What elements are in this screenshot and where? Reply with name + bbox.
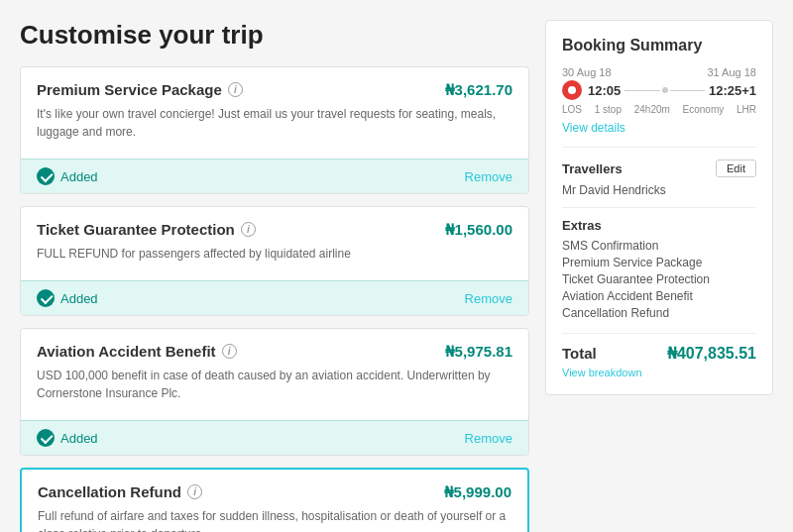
booking-summary: Booking Summary 30 Aug 18 31 Aug 18 12:0… <box>545 20 773 395</box>
card-description-aviation-accident: USD 100,000 benefit in case of death cau… <box>37 367 512 402</box>
card-footer-ticket-guarantee: Added Remove <box>21 280 528 315</box>
card-price-premium-service: ₦3,621.70 <box>445 81 512 99</box>
flight-info: 30 Aug 18 31 Aug 18 12:05 12:25 <box>562 66 756 148</box>
destination: LHR <box>736 104 756 115</box>
card-header-aviation-accident: Aviation Accident Benefit i ₦5,975.81 <box>37 343 512 361</box>
extra-item: Cancellation Refund <box>562 306 756 320</box>
card-body-ticket-guarantee: Ticket Guarantee Protection i ₦1,560.00 … <box>21 207 528 280</box>
extra-item: SMS Confirmation <box>562 239 756 253</box>
service-card-premium-service: Premium Service Package i ₦3,621.70 It's… <box>20 66 529 194</box>
total-label: Total <box>562 345 597 362</box>
remove-button-aviation-accident[interactable]: Remove <box>465 431 512 446</box>
travellers-label: Travellers <box>562 161 623 176</box>
card-title-premium-service: Premium Service Package i <box>37 81 243 98</box>
edit-travellers-button[interactable]: Edit <box>716 160 756 177</box>
depart-date: 30 Aug 18 <box>562 66 612 78</box>
booking-summary-title: Booking Summary <box>562 37 756 54</box>
info-icon-ticket-guarantee[interactable]: i <box>241 222 256 237</box>
extra-item: Aviation Accident Benefit <box>562 289 756 303</box>
card-title-aviation-accident: Aviation Accident Benefit i <box>37 343 237 360</box>
service-card-ticket-guarantee: Ticket Guarantee Protection i ₦1,560.00 … <box>20 206 529 316</box>
card-header-premium-service: Premium Service Package i ₦3,621.70 <box>37 81 512 99</box>
page-title: Customise your trip <box>20 20 529 51</box>
info-icon-premium-service[interactable]: i <box>228 82 243 97</box>
added-label-premium-service: Added <box>60 169 98 184</box>
extra-item: Ticket Guarantee Protection <box>562 272 756 286</box>
info-icon-aviation-accident[interactable]: i <box>222 344 237 359</box>
card-body-aviation-accident: Aviation Accident Benefit i ₦5,975.81 US… <box>21 329 528 420</box>
added-badge-ticket-guarantee: Added <box>37 289 98 307</box>
extras-section: Extras SMS ConfirmationPremium Service P… <box>562 218 756 334</box>
card-price-aviation-accident: ₦5,975.81 <box>445 343 512 361</box>
total-amount: ₦407,835.51 <box>667 344 756 363</box>
class: Economy <box>683 104 725 115</box>
arrive-date: 31 Aug 18 <box>707 66 756 78</box>
card-price-ticket-guarantee: ₦1,560.00 <box>445 221 512 239</box>
card-body-premium-service: Premium Service Package i ₦3,621.70 It's… <box>21 67 528 159</box>
view-breakdown-button[interactable]: View breakdown <box>562 367 642 378</box>
remove-button-premium-service[interactable]: Remove <box>465 169 512 184</box>
card-title-ticket-guarantee: Ticket Guarantee Protection i <box>37 221 256 238</box>
stops: 1 stop <box>595 104 622 115</box>
service-card-aviation-accident: Aviation Accident Benefit i ₦5,975.81 US… <box>20 328 529 456</box>
added-label-aviation-accident: Added <box>60 431 98 446</box>
check-icon-ticket-guarantee <box>37 289 55 307</box>
check-icon-aviation-accident <box>37 429 55 447</box>
card-footer-aviation-accident: Added Remove <box>21 420 528 455</box>
remove-button-ticket-guarantee[interactable]: Remove <box>465 291 512 306</box>
added-badge-aviation-accident: Added <box>37 429 98 447</box>
traveller-name: Mr David Hendricks <box>562 183 756 197</box>
airline-logo <box>562 80 582 100</box>
service-card-cancellation-refund: Cancellation Refund i ₦5,999.00 Full ref… <box>20 468 529 532</box>
stop-dot <box>662 87 668 93</box>
card-price-cancellation-refund: ₦5,999.00 <box>444 483 511 501</box>
card-description-cancellation-refund: Full refund of airfare and taxes for sud… <box>38 507 511 532</box>
card-description-ticket-guarantee: FULL REFUND for passengers affected by l… <box>37 245 512 263</box>
arrive-time: 12:25+1 <box>709 83 756 98</box>
total-section: Total ₦407,835.51 <box>562 344 756 363</box>
card-body-cancellation-refund: Cancellation Refund i ₦5,999.00 Full ref… <box>22 470 527 532</box>
info-icon-cancellation-refund[interactable]: i <box>187 484 202 499</box>
check-icon-premium-service <box>37 167 55 185</box>
origin: LOS <box>562 104 582 115</box>
card-description-premium-service: It's like your own travel concierge! Jus… <box>37 105 512 141</box>
duration: 24h20m <box>634 104 670 115</box>
view-details-button[interactable]: View details <box>562 121 625 135</box>
added-badge-premium-service: Added <box>37 167 98 185</box>
extras-label: Extras <box>562 218 756 233</box>
travellers-section: Travellers Edit Mr David Hendricks <box>562 160 756 208</box>
depart-time: 12:05 <box>588 83 621 98</box>
card-footer-premium-service: Added Remove <box>21 159 528 193</box>
card-header-ticket-guarantee: Ticket Guarantee Protection i ₦1,560.00 <box>37 221 512 239</box>
extra-item: Premium Service Package <box>562 256 756 269</box>
added-label-ticket-guarantee: Added <box>60 291 98 306</box>
card-title-cancellation-refund: Cancellation Refund i <box>38 483 202 500</box>
card-header-cancellation-refund: Cancellation Refund i ₦5,999.00 <box>38 483 511 501</box>
